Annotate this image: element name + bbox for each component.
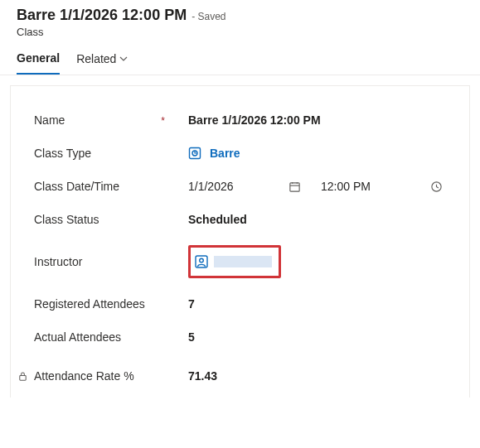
calendar-icon[interactable]	[288, 180, 301, 193]
form-card: Name * Barre 1/1/2026 12:00 PM Class Typ…	[10, 85, 470, 397]
record-header: Barre 1/1/2026 12:00 PM - Saved Class	[0, 0, 480, 38]
value-class-date[interactable]: 1/1/2026	[188, 180, 288, 193]
tab-related-label: Related	[76, 52, 116, 65]
entity-icon	[188, 147, 201, 160]
label-actual: Actual Attendees	[34, 330, 121, 344]
entity-name: Class	[17, 26, 463, 38]
field-instructor: Instructor	[34, 238, 446, 290]
svg-rect-9	[20, 375, 26, 380]
field-registered-attendees: Registered Attendees 7	[34, 290, 446, 323]
field-attendance-rate: Attendance Rate % 71.43	[34, 356, 446, 389]
page-title: Barre 1/1/2026 12:00 PM	[17, 7, 187, 24]
contact-icon	[194, 254, 209, 269]
value-registered[interactable]: 7	[188, 297, 195, 311]
label-class-status: Class Status	[34, 213, 99, 226]
value-actual[interactable]: 5	[188, 330, 195, 344]
value-class-status[interactable]: Scheduled	[188, 213, 247, 226]
field-class-datetime: Class Date/Time 1/1/2026 12:00 PM	[34, 172, 446, 205]
svg-point-8	[200, 258, 204, 263]
value-class-time[interactable]: 12:00 PM	[321, 180, 395, 193]
chevron-down-icon	[119, 55, 128, 63]
value-instructor[interactable]	[214, 256, 272, 267]
required-indicator: *	[161, 115, 165, 127]
clock-icon[interactable]	[429, 180, 443, 193]
value-rate: 71.43	[188, 369, 217, 383]
value-name[interactable]: Barre 1/1/2026 12:00 PM	[188, 113, 321, 127]
svg-rect-2	[289, 182, 298, 190]
form-tabs: General Related	[0, 38, 480, 75]
field-actual-attendees: Actual Attendees 5	[34, 323, 446, 356]
field-class-type: Class Type Barre	[34, 139, 446, 172]
label-name: Name	[34, 113, 65, 127]
label-rate: Attendance Rate %	[34, 369, 134, 383]
field-class-status: Class Status Scheduled	[34, 205, 446, 238]
label-class-datetime: Class Date/Time	[34, 180, 119, 193]
saved-indicator: - Saved	[192, 11, 225, 22]
tab-related[interactable]: Related	[76, 51, 128, 75]
field-name: Name * Barre 1/1/2026 12:00 PM	[34, 106, 446, 139]
label-class-type: Class Type	[34, 147, 91, 160]
value-class-type[interactable]: Barre	[210, 147, 240, 160]
tab-general-label: General	[17, 51, 60, 65]
label-registered: Registered Attendees	[34, 297, 145, 311]
tab-general[interactable]: General	[17, 51, 60, 75]
label-instructor: Instructor	[34, 255, 82, 268]
lock-icon	[17, 371, 29, 382]
instructor-highlight	[188, 245, 281, 278]
